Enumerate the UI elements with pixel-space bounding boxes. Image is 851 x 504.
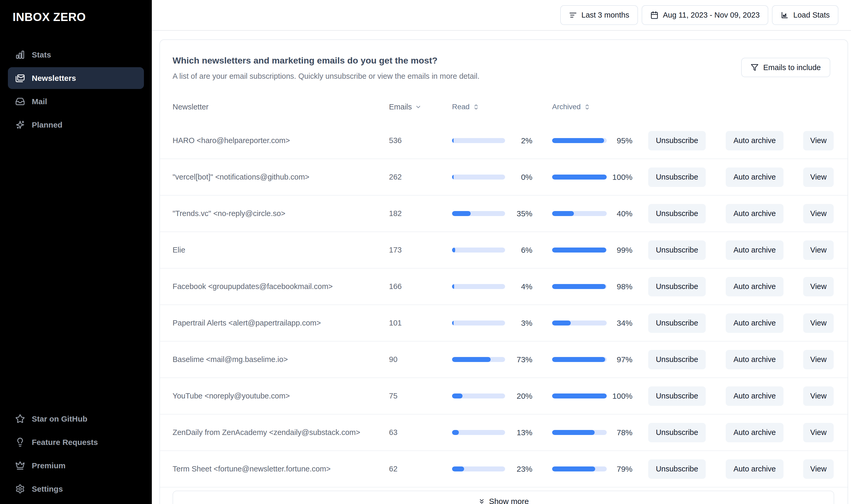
sidebar-item-label: Star on GitHub: [32, 414, 87, 424]
unsubscribe-button[interactable]: Unsubscribe: [648, 131, 706, 150]
view-cell: View: [803, 460, 834, 479]
newsletter-name: Baselime <mail@mg.baselime.io>: [173, 355, 389, 364]
auto-archive-button[interactable]: Auto archive: [726, 460, 783, 479]
archived-progress: [552, 357, 607, 362]
view-button[interactable]: View: [803, 386, 834, 406]
crown-icon: [15, 461, 25, 470]
auto-archive-button[interactable]: Auto archive: [726, 277, 783, 296]
newsletter-name: YouTube <noreply@youtube.com>: [173, 392, 389, 400]
unsubscribe-button[interactable]: Unsubscribe: [648, 277, 706, 296]
read-progress: [452, 321, 505, 325]
sidebar-item-label: Feature Requests: [32, 438, 98, 447]
read-progress-fill: [452, 357, 491, 362]
auto-archive-button[interactable]: Auto archive: [726, 386, 783, 406]
unsubscribe-button[interactable]: Unsubscribe: [648, 423, 706, 442]
column-read-sort[interactable]: Read: [452, 103, 479, 111]
sidebar-item-star-on-github[interactable]: Star on GitHub: [8, 408, 144, 430]
view-button[interactable]: View: [803, 460, 834, 479]
unsubscribe-cell: Unsubscribe: [648, 350, 706, 369]
sidebar-item-settings[interactable]: Settings: [8, 478, 144, 500]
read-percent: 6%: [505, 246, 532, 255]
read-percent: 23%: [505, 465, 532, 473]
view-button[interactable]: View: [803, 131, 834, 150]
view-button[interactable]: View: [803, 204, 834, 223]
sidebar-item-newsletters[interactable]: Newsletters: [8, 67, 144, 89]
view-button[interactable]: View: [803, 313, 834, 333]
sidebar-item-feature-requests[interactable]: Feature Requests: [8, 431, 144, 453]
auto-archive-button[interactable]: Auto archive: [726, 167, 783, 187]
newsletter-row: HARO <haro@helpareporter.com>5362%95%Uns…: [160, 123, 848, 159]
read-progress-fill: [452, 138, 454, 143]
archived-progress-track: [552, 430, 607, 435]
sidebar-item-label: Settings: [32, 485, 63, 493]
unsubscribe-cell: Unsubscribe: [648, 240, 706, 260]
show-more-button[interactable]: Show more: [173, 491, 834, 504]
emails-to-include-button[interactable]: Emails to include: [741, 58, 830, 77]
unsubscribe-button[interactable]: Unsubscribe: [648, 240, 706, 260]
unsubscribe-button[interactable]: Unsubscribe: [648, 204, 706, 223]
load-stats-button[interactable]: Load Stats: [772, 5, 838, 25]
unsubscribe-button[interactable]: Unsubscribe: [648, 313, 706, 333]
sidebar-item-planned[interactable]: Planned: [8, 114, 144, 136]
newsletter-row: Papertrail Alerts <alert@papertrailapp.c…: [160, 305, 848, 342]
column-emails-sort[interactable]: Emails: [389, 103, 422, 111]
archived-progress-fill: [552, 466, 595, 471]
sidebar-item-label: Mail: [32, 97, 47, 106]
archived-percent: 100%: [607, 173, 633, 182]
auto-archive-button[interactable]: Auto archive: [726, 313, 783, 333]
unsubscribe-cell: Unsubscribe: [648, 386, 706, 406]
auto-archive-cell: Auto archive: [726, 204, 783, 223]
archived-progress: [552, 175, 607, 180]
archived-progress: [552, 284, 607, 289]
unsubscribe-cell: Unsubscribe: [648, 460, 706, 479]
auto-archive-button[interactable]: Auto archive: [726, 423, 783, 442]
sidebar-item-stats[interactable]: Stats: [8, 44, 144, 66]
newsletter-name: ZenDaily from ZenAcademy <zendaily@subst…: [173, 428, 389, 437]
view-cell: View: [803, 386, 834, 406]
unsubscribe-cell: Unsubscribe: [648, 277, 706, 296]
read-progress-track: [452, 175, 505, 180]
newsletter-row: Facebook <groupupdates@facebookmail.com>…: [160, 269, 848, 305]
archived-progress-fill: [552, 357, 605, 362]
archived-percent: 78%: [607, 428, 633, 437]
unsubscribe-button[interactable]: Unsubscribe: [648, 167, 706, 187]
unsubscribe-button[interactable]: Unsubscribe: [648, 386, 706, 406]
unsubscribe-button[interactable]: Unsubscribe: [648, 460, 706, 479]
auto-archive-button[interactable]: Auto archive: [726, 240, 783, 260]
view-button[interactable]: View: [803, 277, 834, 296]
emails-count: 62: [389, 465, 452, 473]
auto-archive-button[interactable]: Auto archive: [726, 350, 783, 369]
newsletter-row: Term Sheet <fortune@newsletter.fortune.c…: [160, 451, 848, 487]
newsletter-row: "Trends.vc" <no-reply@circle.so>18235%40…: [160, 196, 848, 232]
app-logo: INBOX ZERO: [13, 11, 86, 24]
read-progress-track: [452, 211, 505, 216]
gear-icon: [15, 484, 25, 494]
view-cell: View: [803, 131, 834, 150]
emails-count: 262: [389, 173, 452, 181]
view-cell: View: [803, 240, 834, 260]
panel-header: Which newsletters and marketing emails d…: [160, 40, 848, 81]
date-range-preset-button[interactable]: Last 3 months: [560, 5, 638, 25]
view-button[interactable]: View: [803, 167, 834, 187]
column-archived-sort[interactable]: Archived: [552, 103, 590, 111]
auto-archive-cell: Auto archive: [726, 167, 783, 187]
view-button[interactable]: View: [803, 240, 834, 260]
archived-progress: [552, 466, 607, 471]
archived-percent: 100%: [607, 392, 633, 400]
view-button[interactable]: View: [803, 350, 834, 369]
newsletter-row: YouTube <noreply@youtube.com>7520%100%Un…: [160, 378, 848, 414]
auto-archive-cell: Auto archive: [726, 277, 783, 296]
read-percent: 73%: [505, 355, 532, 364]
emails-count: 90: [389, 355, 452, 364]
sidebar-item-mail[interactable]: Mail: [8, 91, 144, 112]
unsubscribe-button[interactable]: Unsubscribe: [648, 350, 706, 369]
read-progress-track: [452, 138, 505, 143]
date-range-picker-button[interactable]: Aug 11, 2023 - Nov 09, 2023: [642, 5, 768, 25]
emails-count: 101: [389, 319, 452, 327]
read-percent: 4%: [505, 282, 532, 291]
auto-archive-button[interactable]: Auto archive: [726, 204, 783, 223]
view-button[interactable]: View: [803, 423, 834, 442]
sidebar-item-premium[interactable]: Premium: [8, 455, 144, 476]
read-progress-fill: [452, 211, 471, 216]
auto-archive-button[interactable]: Auto archive: [726, 131, 783, 150]
